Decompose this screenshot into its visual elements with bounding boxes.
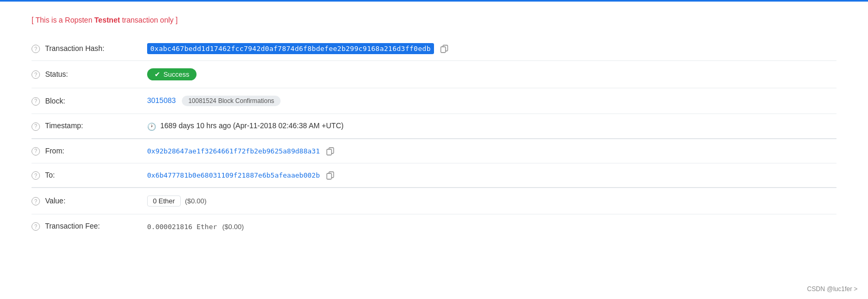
row-status: ? Status: ✔ Success (32, 61, 836, 88)
tx-fee-label: Transaction Fee: (45, 222, 100, 230)
label-transaction-hash: ? Transaction Hash: (32, 37, 147, 61)
help-icon-to[interactable]: ? (32, 171, 40, 180)
block-confirmations: 10081524 Block Confirmations (182, 96, 280, 106)
tx-fee-value: 0.000021816 Ether (147, 223, 217, 231)
from-address-link[interactable]: 0x92b28647ae1f3264661f72fb2eb9625a89d88a… (147, 147, 320, 155)
timestamp-text: 1689 days 10 hrs ago (Apr-11-2018 02:46:… (160, 121, 344, 130)
clock-icon: 🕐 (147, 122, 156, 131)
value-timestamp: 🕐 1689 days 10 hrs ago (Apr-11-2018 02:4… (147, 114, 836, 138)
status-badge: ✔ Success (147, 68, 197, 80)
label-from: ? From: (32, 139, 147, 163)
value-ether-cell: 0 Ether ($0.00) (147, 188, 836, 214)
value-transaction-hash: 0xabc467bedd1d17462fcc7942d0af7874d6f8bd… (147, 37, 836, 61)
top-border (0, 0, 868, 2)
csdn-watermark: CSDN @luc1fer > (807, 285, 857, 293)
tx-fee-usd: ($0.00) (222, 223, 244, 231)
status-label: Status: (45, 70, 68, 78)
testnet-suffix: transaction only ] (120, 16, 178, 24)
row-timestamp: ? Timestamp: 🕐 1689 days 10 hrs ago (Apr… (32, 114, 836, 138)
help-icon-value[interactable]: ? (32, 197, 40, 205)
testnet-highlight: Testnet (95, 16, 120, 24)
status-check-icon: ✔ (154, 70, 160, 78)
testnet-prefix: [ This is a Ropsten (32, 16, 95, 24)
help-icon-block[interactable]: ? (32, 97, 40, 106)
value-from: 0x92b28647ae1f3264661f72fb2eb9625a89d88a… (147, 139, 836, 163)
row-transaction-fee: ? Transaction Fee: 0.000021816 Ether ($0… (32, 214, 836, 239)
transaction-table: ? Transaction Hash: 0xabc467bedd1d17462f… (32, 37, 836, 238)
help-icon-tx-hash[interactable]: ? (32, 45, 40, 53)
to-address-link[interactable]: 0x6b477781b0e68031109f21887e6b5afeaaeb00… (147, 171, 320, 179)
label-status: ? Status: (32, 61, 147, 88)
row-to: ? To: 0x6b477781b0e68031109f21887e6b5afe… (32, 163, 836, 187)
from-label: From: (45, 147, 65, 155)
status-text: Success (163, 70, 189, 78)
help-icon-status[interactable]: ? (32, 70, 40, 79)
svg-rect-1 (441, 47, 446, 53)
svg-rect-3 (327, 149, 332, 155)
copy-icon-from[interactable] (326, 147, 335, 156)
page-container: [ This is a Ropsten Testnet transaction … (0, 0, 868, 299)
label-to: ? To: (32, 163, 147, 187)
label-value: ? Value: (32, 188, 147, 214)
tx-hash-label: Transaction Hash: (45, 44, 105, 53)
value-label: Value: (45, 197, 66, 205)
value-block: 3015083 10081524 Block Confirmations (147, 88, 836, 114)
help-icon-from[interactable]: ? (32, 147, 40, 156)
usd-value: ($0.00) (185, 197, 206, 205)
help-icon-timestamp[interactable]: ? (32, 122, 40, 131)
help-icon-tx-fee[interactable]: ? (32, 222, 40, 231)
row-from: ? From: 0x92b28647ae1f3264661f72fb2eb962… (32, 139, 836, 163)
copy-icon-tx-hash[interactable] (440, 45, 449, 53)
value-status: ✔ Success (147, 61, 836, 88)
ether-badge: 0 Ether (147, 195, 181, 207)
ether-amount-group: 0 Ether ($0.00) (147, 195, 206, 207)
row-block: ? Block: 3015083 10081524 Block Confirma… (32, 88, 836, 114)
copy-icon-to[interactable] (326, 171, 335, 180)
tx-hash-value[interactable]: 0xabc467bedd1d17462fcc7942d0af7874d6f8bd… (147, 43, 434, 54)
to-label: To: (45, 171, 55, 179)
testnet-banner: [ This is a Ropsten Testnet transaction … (32, 16, 836, 24)
label-timestamp: ? Timestamp: (32, 114, 147, 138)
row-value: ? Value: 0 Ether ($0.00) (32, 188, 836, 214)
value-transaction-fee: 0.000021816 Ether ($0.00) (147, 214, 836, 239)
row-transaction-hash: ? Transaction Hash: 0xabc467bedd1d17462f… (32, 37, 836, 61)
value-to: 0x6b477781b0e68031109f21887e6b5afeaaeb00… (147, 163, 836, 187)
label-block: ? Block: (32, 88, 147, 114)
block-label: Block: (45, 97, 65, 105)
timestamp-label: Timestamp: (45, 121, 84, 130)
label-transaction-fee: ? Transaction Fee: (32, 214, 147, 239)
svg-rect-5 (327, 173, 332, 179)
block-number-link[interactable]: 3015083 (147, 96, 176, 105)
